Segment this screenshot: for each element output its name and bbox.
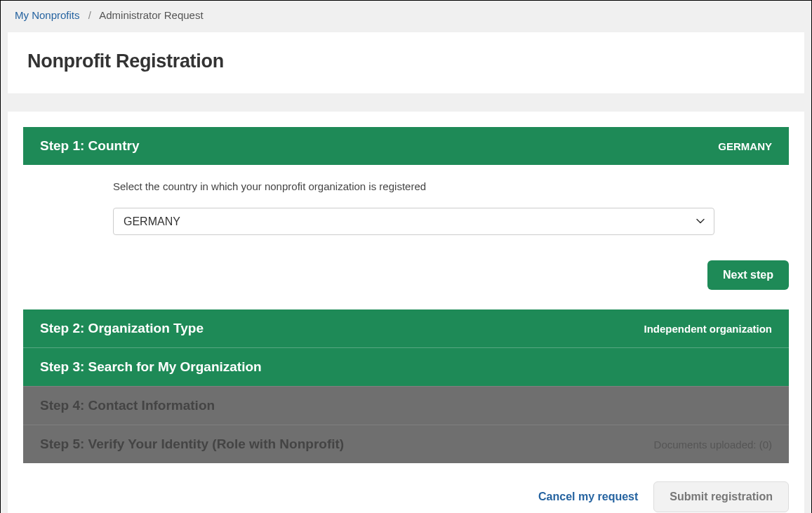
step-5-title: Step 5: Verify Your Identity (Role with …	[40, 437, 344, 452]
step-2-summary: Independent organization	[644, 323, 773, 335]
step-5-summary: Documents uploaded: (0)	[654, 439, 772, 451]
step-1-body: Select the country in which your nonprof…	[23, 165, 789, 248]
page-title: Nonprofit Registration	[27, 51, 785, 72]
breadcrumb: My Nonprofits / Administrator Request	[1, 1, 811, 29]
step-1-title: Step 1: Country	[40, 138, 139, 154]
step-4-title: Step 4: Contact Information	[40, 398, 215, 413]
step-1-header[interactable]: Step 1: Country GERMANY	[23, 127, 789, 165]
step-3-title: Step 3: Search for My Organization	[40, 359, 262, 375]
breadcrumb-root-link[interactable]: My Nonprofits	[15, 9, 80, 21]
step-1-description: Select the country in which your nonprof…	[23, 180, 789, 192]
wizard-card: Step 1: Country GERMANY Select the count…	[8, 112, 804, 513]
breadcrumb-separator: /	[88, 9, 91, 21]
title-card: Nonprofit Registration	[8, 32, 804, 93]
country-select[interactable]: GERMANY	[113, 208, 714, 235]
country-select-wrap: GERMANY	[113, 208, 714, 235]
step-4-header: Step 4: Contact Information	[23, 386, 789, 425]
footer-actions: Cancel my request Submit registration	[8, 463, 804, 512]
submit-registration-button: Submit registration	[653, 481, 789, 512]
remaining-steps: Step 2: Organization Type Independent or…	[23, 309, 789, 463]
step-2-header[interactable]: Step 2: Organization Type Independent or…	[23, 309, 789, 347]
step-2-title: Step 2: Organization Type	[40, 321, 204, 336]
cancel-request-link[interactable]: Cancel my request	[538, 491, 638, 503]
next-step-button[interactable]: Next step	[707, 260, 789, 290]
breadcrumb-current: Administrator Request	[99, 9, 203, 21]
step-3-header[interactable]: Step 3: Search for My Organization	[23, 347, 789, 386]
step-5-header: Step 5: Verify Your Identity (Role with …	[23, 425, 789, 463]
step-1-summary: GERMANY	[718, 140, 772, 152]
step-1-actions: Next step	[8, 248, 804, 290]
